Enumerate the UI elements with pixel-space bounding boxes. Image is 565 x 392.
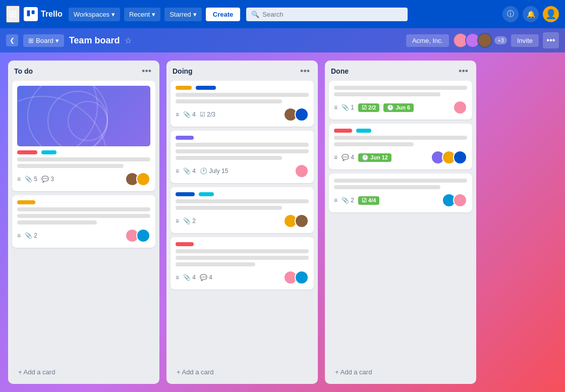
card-line [176, 149, 309, 153]
card[interactable]: ≡📎 5💬 3 [12, 81, 155, 191]
card-menu-icon: ≡ [334, 154, 337, 161]
workspaces-menu-button[interactable]: Workspaces ▾ [69, 8, 120, 21]
card-avatar [453, 193, 467, 207]
add-card-button[interactable]: + Add a card [171, 364, 314, 380]
card-line [176, 143, 309, 147]
card[interactable]: ≡📎 4🕐 July 15 [171, 131, 314, 183]
create-button[interactable]: Create [206, 8, 240, 21]
user-avatar[interactable]: 👤 [543, 6, 559, 22]
checklist-badge: ☑ 2/2 [358, 103, 379, 112]
chevron-down-icon: ▾ [193, 11, 197, 18]
card[interactable]: ≡📎 4☑ 2/3 [171, 81, 314, 127]
card-menu-icon: ≡ [176, 274, 179, 281]
checklist-count: ☑ 2/3 [200, 111, 215, 118]
card-tags [176, 192, 309, 196]
date-badge: 🕐 Jun 6 [383, 103, 414, 112]
board-title: Team board [69, 35, 120, 46]
card-avatars [284, 214, 309, 228]
card-tag [176, 192, 195, 196]
card-line [176, 93, 309, 97]
comment-count: 💬 4 [342, 154, 354, 161]
card-menu-icon: ≡ [176, 167, 179, 175]
invite-button[interactable]: Invite [511, 34, 539, 47]
trello-logo: Trello [24, 7, 63, 21]
card-line [176, 249, 309, 253]
card[interactable]: ≡📎 2☑ 4/4 [329, 174, 472, 212]
card-meta: ≡📎 4💬 4 [176, 270, 309, 285]
column-menu-button[interactable]: ••• [457, 66, 470, 77]
card-meta: ≡📎 2☑ 4/4 [334, 193, 467, 207]
card-tag [176, 242, 194, 246]
card-line [17, 207, 150, 211]
card[interactable]: ≡📎 4💬 4 [171, 237, 314, 290]
card-line [334, 142, 414, 146]
recent-menu-button[interactable]: Recent ▾ [124, 8, 160, 21]
card-tag [199, 192, 214, 196]
member-avatar [477, 33, 492, 48]
board-view-button[interactable]: ⊞ Board ▾ [23, 34, 64, 47]
workspace-button[interactable]: Acme, Inc. [406, 34, 449, 47]
card-line [334, 136, 467, 140]
starred-menu-button[interactable]: Starred ▾ [164, 8, 202, 21]
cards-list: ≡📎 5💬 3≡📎 2 [8, 81, 159, 362]
add-card-button[interactable]: + Add a card [12, 364, 155, 380]
card-tag [17, 200, 35, 204]
attach-count: 📎 2 [183, 217, 196, 225]
card-line [334, 185, 440, 189]
attach-count: 📎 1 [342, 104, 354, 111]
card-avatars [125, 229, 150, 243]
notification-button[interactable]: 🔔 [523, 6, 539, 22]
card[interactable]: ≡📎 1☑ 2/2🕐 Jun 6 [329, 81, 472, 120]
chevron-down-icon: ▾ [111, 11, 115, 18]
board-content: To do ••• ≡📎 5💬 3≡📎 2+ Add a card Doing … [0, 52, 565, 392]
card-avatar [295, 270, 309, 285]
sidebar-collapse-button[interactable]: ❮ [6, 34, 18, 46]
card-line [334, 92, 440, 96]
add-card-button[interactable]: + Add a card [329, 364, 472, 380]
card-line [334, 86, 467, 90]
card-tag [196, 86, 216, 90]
card[interactable]: ≡📎 2 [12, 195, 155, 248]
card-tags [334, 129, 467, 133]
column-menu-button[interactable]: ••• [140, 66, 153, 77]
card-avatar [453, 100, 467, 115]
card-tag [176, 86, 192, 90]
card-avatars [284, 270, 309, 285]
card-avatar [453, 150, 467, 164]
card-menu-icon: ≡ [17, 176, 21, 183]
card[interactable]: ≡📎 2 [171, 187, 314, 233]
card-avatars [442, 193, 467, 207]
card-line [176, 199, 309, 203]
card-avatars [125, 172, 150, 186]
column-header: Doing ••• [166, 61, 318, 81]
comment-count: 💬 3 [41, 176, 54, 183]
column-menu-button[interactable]: ••• [298, 66, 312, 77]
card[interactable]: ≡💬 4🕐 Jun 12 [329, 124, 472, 170]
card-line [17, 220, 97, 225]
cards-list: ≡📎 1☑ 2/2🕐 Jun 6≡💬 4🕐 Jun 12≡📎 2☑ 4/4 [325, 81, 476, 362]
grid-menu-button[interactable]: ⊞ [6, 6, 20, 23]
card-meta: ≡📎 2 [17, 229, 150, 243]
card-tags [17, 150, 150, 154]
checklist-badge: ☑ 4/4 [358, 196, 379, 205]
more-options-button[interactable]: ••• [543, 32, 559, 48]
date-badge: 🕐 Jun 12 [358, 153, 391, 162]
attach-count: 📎 4 [183, 111, 196, 118]
card-meta: ≡📎 5💬 3 [17, 172, 150, 186]
search-input[interactable] [262, 11, 403, 18]
column-doing: Doing ••• ≡📎 4☑ 2/3≡📎 4🕐 July 15≡📎 2≡📎 4… [166, 61, 318, 384]
info-button[interactable]: ⓘ [502, 6, 519, 22]
card-line [334, 179, 467, 183]
star-button[interactable]: ☆ [125, 36, 132, 45]
column-title: Doing [173, 67, 193, 75]
search-input-wrap: 🔍 [246, 8, 408, 21]
card-avatars [453, 100, 467, 115]
svg-rect-1 [32, 11, 35, 15]
card-line [176, 206, 282, 210]
member-avatars: +3 [453, 33, 507, 48]
card-meta: ≡📎 4☑ 2/3 [176, 107, 309, 122]
card-meta: ≡📎 4🕐 July 15 [176, 164, 309, 178]
card-tag [176, 136, 194, 140]
card-tag [334, 129, 352, 133]
card-avatars [284, 107, 309, 122]
